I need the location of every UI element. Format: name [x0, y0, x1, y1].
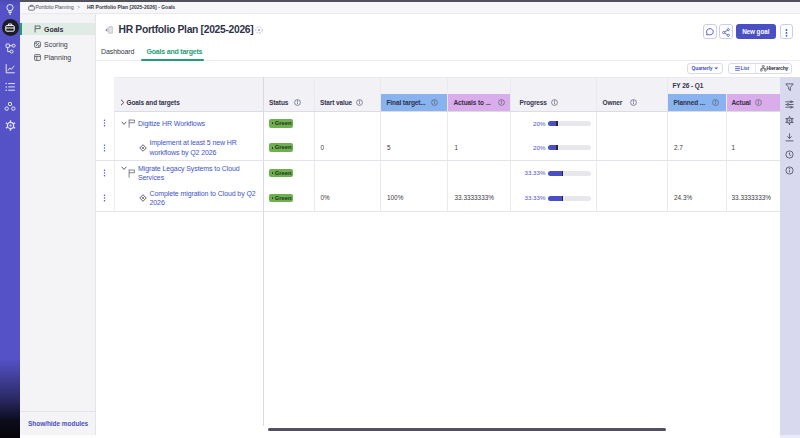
- cell-start-value: 0%: [321, 193, 330, 203]
- filter-icon[interactable]: [785, 83, 794, 92]
- status-badge: Green: [269, 194, 293, 203]
- row-name-link[interactable]: Migrate Legacy Systems to CloudServices: [138, 164, 240, 183]
- owner-info-icon[interactable]: [630, 99, 637, 106]
- row-menu-kebab-icon[interactable]: [103, 144, 106, 152]
- status-badge: Green: [269, 143, 293, 152]
- planned-info-icon[interactable]: [712, 99, 719, 106]
- status-dot-icon: [272, 172, 274, 174]
- actual-info-icon[interactable]: [755, 99, 762, 106]
- workflow-icon[interactable]: [5, 43, 16, 54]
- status-badge: Green: [269, 169, 293, 178]
- progress-bar-cap: [556, 121, 558, 126]
- actuals-info-icon[interactable]: [498, 99, 505, 106]
- more-actions-button[interactable]: [780, 24, 793, 39]
- planning-icon: [34, 54, 41, 61]
- table-row[interactable]: Digitize HR WorkflowsGreen20%: [96, 111, 780, 136]
- view-list-button[interactable]: List: [729, 64, 755, 72]
- download-icon[interactable]: [785, 133, 794, 142]
- history-clock-icon[interactable]: [785, 150, 794, 159]
- view-hierarchy-label: Hierarchy: [767, 64, 789, 73]
- row-menu-kebab-icon[interactable]: [103, 169, 106, 177]
- status-badge: Green: [269, 119, 293, 128]
- row-name-link[interactable]: Digitize HR Workflows: [138, 119, 205, 128]
- progress-bar-track: [548, 171, 591, 176]
- status-dot-icon: [272, 197, 274, 199]
- col-final-label[interactable]: Final target...: [387, 94, 426, 111]
- col-actual-label[interactable]: Actual: [732, 94, 751, 111]
- cell-planned: 2.7: [674, 143, 683, 153]
- progress-bar-track: [548, 196, 591, 201]
- progress-bar-track: [548, 145, 591, 150]
- final-info-icon[interactable]: [431, 99, 438, 106]
- cell-progress-text: 20%: [501, 143, 546, 153]
- breadcrumb-root[interactable]: Portfolio Planning: [36, 0, 74, 14]
- table-row[interactable]: Migrate Legacy Systems to CloudServicesG…: [96, 161, 780, 186]
- goal-flag-icon: [128, 169, 135, 178]
- cell-progress-text: 33.33%: [501, 193, 546, 203]
- scoring-icon: [34, 41, 41, 48]
- row-menu-kebab-icon[interactable]: [103, 194, 106, 202]
- progress-bar-cap: [562, 196, 564, 201]
- row-expand-chevron-icon[interactable]: [121, 166, 127, 171]
- status-badge-label: Green: [275, 143, 292, 152]
- progress-bar-cap: [562, 171, 564, 176]
- sidebar-item-planning-label: Planning: [44, 51, 71, 64]
- col-owner-label[interactable]: Owner: [603, 94, 623, 111]
- status-badge-label: Green: [275, 194, 292, 203]
- col-start-label[interactable]: Start value: [320, 94, 352, 111]
- view-hierarchy-button[interactable]: Hierarchy: [755, 64, 792, 72]
- tab-goals-and-targets[interactable]: Goals and targets: [147, 44, 203, 59]
- table-row[interactable]: Implement at least 5 new HRworkflows by …: [96, 136, 780, 161]
- cell-planned: 24.3%: [674, 193, 692, 203]
- comments-button[interactable]: [703, 24, 717, 39]
- collapse-panel-icon[interactable]: [105, 26, 113, 34]
- progress-info-icon[interactable]: [551, 99, 558, 106]
- page-title: HR Portfolio Plan [2025-2026]: [119, 22, 254, 37]
- line-chart-icon[interactable]: [5, 63, 16, 74]
- chevron-down-icon: [714, 67, 719, 70]
- list-icon[interactable]: [5, 82, 16, 92]
- col-progress-label[interactable]: Progress: [520, 94, 547, 111]
- community-icon[interactable]: [4, 101, 16, 112]
- period-dropdown[interactable]: Quarterly: [687, 63, 724, 73]
- col-status-label[interactable]: Status: [269, 94, 288, 111]
- col-actuals-label[interactable]: Actuals to ...: [454, 94, 491, 111]
- row-menu-kebab-icon[interactable]: [103, 119, 106, 127]
- cell-actual: 1: [732, 143, 736, 153]
- new-goal-button-label: New goal: [736, 24, 777, 39]
- info-icon[interactable]: [785, 166, 794, 175]
- share-button[interactable]: [719, 24, 733, 39]
- share-icon: [722, 28, 730, 37]
- module-sidebar: [20, 14, 96, 435]
- title-info-icon[interactable]: [255, 26, 263, 34]
- start-info-icon[interactable]: [356, 99, 363, 106]
- app-window: Portfolio Planning > HR Portfolio Plan […: [0, 0, 800, 438]
- briefcase-icon[interactable]: [5, 23, 15, 32]
- status-info-icon[interactable]: [294, 99, 301, 106]
- table-row[interactable]: Complete migration to Cloud by Q22026Gre…: [96, 186, 780, 211]
- cell-actuals: 33.3333333%: [455, 193, 494, 203]
- cell-progress-text: 33.33%: [501, 168, 546, 178]
- breadcrumb-current: HR Portfolio Plan [2025-2026] - Goals: [87, 0, 175, 14]
- sidebar-item-scoring-label: Scoring: [44, 38, 68, 51]
- show-hide-modules-link[interactable]: Show/hide modules: [28, 417, 88, 430]
- status-badge-label: Green: [275, 169, 292, 178]
- status-dot-icon: [272, 147, 274, 149]
- row-name-link[interactable]: Implement at least 5 new HRworkflows by …: [150, 138, 237, 157]
- col-planned-label[interactable]: Planned ...: [674, 94, 705, 111]
- horizontal-scrollbar[interactable]: [268, 428, 666, 432]
- lightbulb-icon[interactable]: [4, 3, 16, 16]
- new-goal-button[interactable]: New goal: [736, 24, 777, 39]
- col-goals-label[interactable]: Goals and targets: [127, 94, 180, 111]
- row-name-link[interactable]: Complete migration to Cloud by Q22026: [150, 189, 256, 208]
- group2-divider: [96, 211, 780, 212]
- goal-flag-icon: [128, 119, 135, 128]
- tab-dashboard[interactable]: Dashboard: [101, 44, 134, 59]
- adjustments-icon[interactable]: [785, 100, 794, 109]
- row-expand-chevron-icon[interactable]: [121, 121, 127, 126]
- view-switcher: List Hierarchy: [728, 63, 792, 73]
- chevron-right-icon[interactable]: [120, 99, 125, 106]
- view-list-icon: [735, 66, 740, 71]
- gear-icon[interactable]: [5, 120, 16, 131]
- settings-gear-icon[interactable]: [785, 116, 794, 125]
